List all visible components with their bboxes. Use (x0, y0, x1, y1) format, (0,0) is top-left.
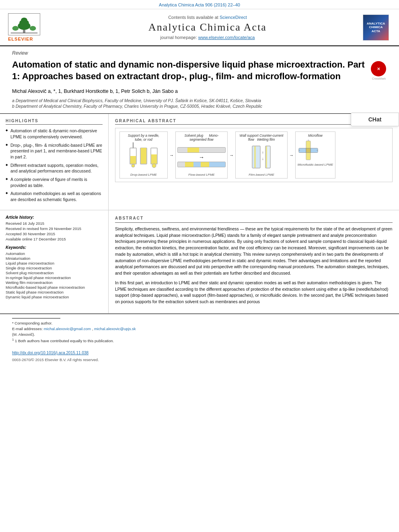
article-title-section: Automation of static and dynamic non-dis… (0, 58, 399, 86)
film-diagram: ↑ ↓ (237, 143, 286, 171)
keywords-label: Keywords: (6, 245, 103, 250)
email-link-2[interactable]: michal.alexovic@upjs.sk (94, 327, 136, 331)
affiliations: a Department of Medical and Clinical Bio… (0, 97, 399, 114)
elsevier-tree-icon (10, 15, 39, 34)
journal-homepage-link[interactable]: www.elsevier.com/locate/aca (198, 35, 255, 40)
svg-text:→: → (316, 148, 319, 151)
email-line: E-mail addresses: michal.alexovic@gmail.… (12, 327, 387, 331)
name-note: (M. Alexovič). (12, 332, 387, 337)
svg-point-10 (132, 164, 135, 167)
film-tubes-group: ↑ ↓ (251, 144, 271, 171)
film-tubes-svg: ↑ ↓ (251, 144, 271, 170)
crossmark-label: CrossMark (371, 77, 387, 80)
highlight-item-1: Automation of static & dynamic non-dispe… (6, 128, 103, 140)
kw-7: Wetting film microextraction (6, 280, 103, 285)
affiliation-a: a Department of Medical and Clinical Bio… (12, 98, 387, 103)
email-sep: , (92, 327, 93, 331)
ga-section-film: Wall support Counter-current flow Wettin… (235, 131, 288, 179)
ga-flow-label: Flow-based LPME (177, 173, 226, 177)
flow-tube-2 (177, 162, 226, 167)
highlight-item-2: Drop-, plug-, film- & microfluidic-based… (6, 142, 103, 160)
highlight-item-3: Different extractant supports, operation… (6, 162, 103, 174)
ga-arrow-3: → (288, 131, 294, 179)
svg-point-4 (12, 26, 19, 31)
abstract-paragraph-2: In this first part, an introduction to L… (115, 280, 393, 305)
drop-bottom-svg (150, 142, 158, 170)
journal-ref-text: Analytica Chimica Acta 906 (2016) 22–40 (159, 2, 240, 7)
article-title-text: Automation of static and dynamic non-dis… (12, 59, 365, 82)
svg-text:↑: ↑ (262, 150, 264, 155)
flow-seg-2 (199, 148, 225, 152)
kw-10: Dynamic liquid phase microextraction (6, 295, 103, 299)
kw-1: Automation (6, 251, 103, 256)
ga-drop-label: Drop-based LPME (121, 173, 166, 177)
equal-contribution-note: 1 1 Both authors have contributed equall… (12, 338, 387, 343)
journal-reference-bar: Analytica Chimica Acta 906 (2016) 22–40 (0, 0, 399, 9)
graphical-abstract-inner: Support by a needle,tube, or rod (119, 131, 389, 179)
kw-3: Liquid phase microextraction (6, 261, 103, 265)
svg-point-15 (152, 164, 156, 168)
elsevier-logo: ELSEVIER (8, 13, 52, 41)
affiliation-b: b Department of Analytical Chemistry, Fa… (12, 104, 387, 109)
vial-plain (139, 142, 148, 171)
svg-text:↓: ↓ (308, 138, 309, 141)
kw-6: In-syringe liquid phase microextraction (6, 275, 103, 280)
ga-arrow-2: → (228, 131, 234, 179)
flow-arrow: → (177, 154, 226, 160)
ga-section-drop: Support by a needle,tube, or rod (119, 131, 168, 179)
flow-tube-1 (177, 147, 226, 153)
flow-diagram: → (177, 143, 226, 171)
flow-seg-yellow3 (201, 162, 209, 167)
vial-needle-drop (129, 142, 138, 171)
graphical-abstract-box: Support by a needle,tube, or rod (115, 128, 393, 182)
abstract-paragraph-1: Simplicity, effectiveness, swiftness, an… (115, 226, 393, 277)
highlights-graphical-row: HIGHLIGHTS Automation of static & dynami… (0, 114, 399, 210)
svg-rect-17 (253, 146, 260, 168)
vial-drop-bottom (150, 142, 158, 171)
ga-drop-title: Support by a needle,tube, or rod (121, 134, 166, 142)
kw-5: Solvent plug microextraction (6, 271, 103, 275)
highlights-col: HIGHLIGHTS Automation of static & dynami… (0, 114, 109, 210)
article-type: Review (0, 46, 399, 58)
ga-section-flow: Solvent plug Mono-segmented flow → (175, 131, 228, 179)
svg-point-5 (30, 26, 36, 31)
svg-rect-18 (254, 146, 256, 168)
article-info-col: Article history: Received 16 July 2015 R… (0, 210, 109, 313)
doi-link[interactable]: http://dx.doi.org/10.1016/j.aca.2015.11.… (12, 351, 88, 355)
plain-vial-svg (139, 142, 148, 170)
elsevier-wordmark: ELSEVIER (8, 37, 52, 41)
ga-flow-title: Solvent plug Mono-segmented flow (177, 134, 226, 142)
article-title: Automation of static and dynamic non-dis… (12, 59, 365, 82)
equal-contribution-text: 1 Both authors have contributed equally … (15, 339, 114, 343)
date-available: Available online 17 December 2015 (6, 237, 103, 241)
kw-2: Miniaturisation (6, 256, 103, 261)
highlights-list: Automation of static & dynamic non-dispe… (6, 128, 103, 203)
kw-4: Single drop microextraction (6, 266, 103, 270)
copyright-line: 0003-2670/© 2015 Elsevier B.V. All right… (0, 357, 399, 366)
kw-8: Microfluidic-based liquid phase microext… (6, 285, 103, 290)
sciencedirect-link[interactable]: ScienceDirect (220, 15, 247, 20)
keywords-list: Automation Miniaturisation Liquid phase … (6, 251, 103, 299)
flow-seg-blue (193, 162, 201, 167)
date-revised: Received in revised form 29 November 201… (6, 226, 103, 231)
ga-arrow-1: → (169, 131, 175, 179)
aca-logo: ANALYTICACHIMICAACTA (363, 14, 391, 41)
authors-text: Michal Alexovič a, *, 1, Burkhard Horstk… (12, 88, 178, 94)
email-link-1[interactable]: michal.alexovic@gmail.com (44, 327, 91, 331)
svg-point-3 (21, 18, 27, 23)
crossmark-badge: ✕ (371, 61, 386, 76)
highlight-item-4: A complete overview of figure of merits … (6, 177, 103, 188)
abstract-header: ABSTRACT (115, 215, 393, 223)
crossmark-logo: ✕ CrossMark (371, 61, 387, 80)
footnotes-section: * Corresponding author. E-mail addresses… (0, 314, 399, 348)
date-received: Received 16 July 2015 (6, 221, 103, 226)
date-accepted: Accepted 30 November 2015 (6, 232, 103, 236)
ga-film-label: Film-based LPME (237, 173, 286, 177)
authors-line: Michal Alexovič a, *, 1, Burkhard Horstk… (0, 86, 399, 97)
chat-panel[interactable]: CHat (351, 113, 399, 126)
svg-rect-14 (151, 154, 157, 164)
highlight-item-5: Automation methodologies as well as oper… (6, 191, 103, 202)
diagram-drop (121, 143, 166, 171)
corresponding-author-note: * Corresponding author. (12, 321, 387, 325)
graphical-abstract-col: GRAPHICAL ABSTRACT Support by a needle,t… (109, 114, 399, 210)
